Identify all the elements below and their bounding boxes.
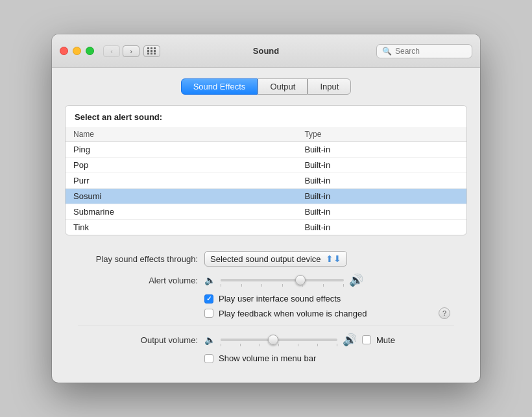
tab-input[interactable]: Input bbox=[308, 78, 351, 95]
table-row[interactable]: PopBuilt-in bbox=[66, 158, 466, 173]
sound-panel: Select an alert sound: Name Type PingBui… bbox=[65, 105, 467, 235]
output-volume-row: Output volume: 🔈 🔊 Mute bbox=[78, 333, 454, 347]
output-volume-low-icon: 🔈 bbox=[204, 335, 215, 345]
grid-icon bbox=[147, 47, 156, 54]
traffic-lights bbox=[60, 47, 94, 55]
sound-type: Built-in bbox=[296, 142, 466, 158]
play-through-row: Play sound effects through: Selected sou… bbox=[78, 251, 454, 267]
search-input[interactable] bbox=[395, 47, 466, 56]
play-ui-sounds-row: Play user interface sound effects bbox=[204, 294, 454, 304]
tab-sound-effects[interactable]: Sound Effects bbox=[181, 78, 258, 95]
play-through-label: Play sound effects through: bbox=[78, 254, 198, 264]
sound-name: Sosumi bbox=[66, 189, 296, 204]
show-volume-label: Show volume in menu bar bbox=[219, 353, 316, 363]
sound-name: Ping bbox=[66, 142, 296, 158]
alert-volume-label: Alert volume: bbox=[78, 276, 198, 285]
volume-low-icon: 🔈 bbox=[204, 275, 215, 285]
play-feedback-row: Play feedback when volume is changed ? bbox=[204, 307, 454, 319]
sound-type: Built-in bbox=[296, 220, 466, 235]
forward-button[interactable]: › bbox=[123, 45, 139, 57]
search-box[interactable]: 🔍 bbox=[376, 44, 472, 58]
output-volume-label: Output volume: bbox=[78, 335, 198, 345]
alert-volume-slider[interactable] bbox=[221, 279, 344, 281]
help-button[interactable]: ? bbox=[439, 307, 450, 319]
show-volume-checkbox[interactable] bbox=[204, 354, 213, 363]
titlebar: ‹ › Sound 🔍 bbox=[52, 34, 480, 68]
back-button[interactable]: ‹ bbox=[103, 45, 120, 57]
col-type: Type bbox=[296, 127, 466, 142]
mute-checkbox[interactable] bbox=[362, 335, 371, 344]
play-through-select[interactable]: Selected sound output device ⬆⬇ bbox=[204, 251, 347, 267]
search-icon: 🔍 bbox=[382, 47, 392, 56]
sound-name: Pop bbox=[66, 158, 296, 173]
divider bbox=[78, 326, 454, 326]
slider-ticks bbox=[221, 284, 344, 287]
content-area: Sound Effects Output Input Select an ale… bbox=[52, 68, 480, 383]
output-slider-ticks bbox=[221, 344, 337, 346]
play-feedback-checkbox[interactable] bbox=[204, 309, 213, 318]
sound-type: Built-in bbox=[296, 173, 466, 189]
grid-view-button[interactable] bbox=[143, 45, 160, 57]
output-volume-slider[interactable] bbox=[221, 339, 337, 341]
sound-window: ‹ › Sound 🔍 Sound Effects Output Input S… bbox=[52, 34, 480, 383]
output-volume-slider-row: 🔈 🔊 Mute bbox=[204, 333, 395, 347]
minimize-button[interactable] bbox=[73, 47, 81, 55]
col-name: Name bbox=[66, 127, 296, 142]
nav-buttons: ‹ › bbox=[103, 45, 139, 57]
sound-name: Submarine bbox=[66, 204, 296, 220]
alert-volume-slider-row: 🔈 🔊 bbox=[204, 273, 363, 287]
table-row[interactable]: SubmarineBuilt-in bbox=[66, 204, 466, 220]
controls-section: Play sound effects through: Selected sou… bbox=[65, 244, 467, 370]
volume-high-icon: 🔊 bbox=[349, 273, 363, 287]
tab-output[interactable]: Output bbox=[258, 78, 308, 95]
sound-type: Built-in bbox=[296, 158, 466, 173]
play-feedback-label: Play feedback when volume is changed bbox=[219, 309, 367, 318]
table-row[interactable]: PingBuilt-in bbox=[66, 142, 466, 158]
maximize-button[interactable] bbox=[86, 47, 94, 55]
slider-fill bbox=[221, 279, 301, 281]
table-row[interactable]: SosumiBuilt-in bbox=[66, 189, 466, 204]
table-row[interactable]: PurrBuilt-in bbox=[66, 173, 466, 189]
window-title: Sound bbox=[253, 46, 279, 56]
mute-label: Mute bbox=[376, 335, 395, 345]
sound-name: Tink bbox=[66, 220, 296, 235]
close-button[interactable] bbox=[60, 47, 68, 55]
sound-table: Name Type PingBuilt-inPopBuilt-inPurrBui… bbox=[66, 127, 466, 235]
output-volume-high-icon: 🔊 bbox=[343, 333, 357, 347]
play-through-value: Selected sound output device bbox=[210, 254, 321, 264]
sound-name: Purr bbox=[66, 173, 296, 189]
play-ui-sounds-label: Play user interface sound effects bbox=[219, 294, 341, 304]
sound-type: Built-in bbox=[296, 189, 466, 204]
select-arrows-icon: ⬆⬇ bbox=[326, 254, 341, 264]
section-title: Select an alert sound: bbox=[66, 106, 466, 127]
show-volume-row: Show volume in menu bar bbox=[204, 353, 454, 363]
sound-type: Built-in bbox=[296, 204, 466, 220]
output-slider-fill bbox=[221, 339, 273, 341]
play-ui-sounds-checkbox[interactable] bbox=[204, 294, 213, 304]
tab-bar: Sound Effects Output Input bbox=[65, 78, 467, 95]
table-row[interactable]: TinkBuilt-in bbox=[66, 220, 466, 235]
alert-volume-row: Alert volume: 🔈 🔊 bbox=[78, 273, 454, 287]
